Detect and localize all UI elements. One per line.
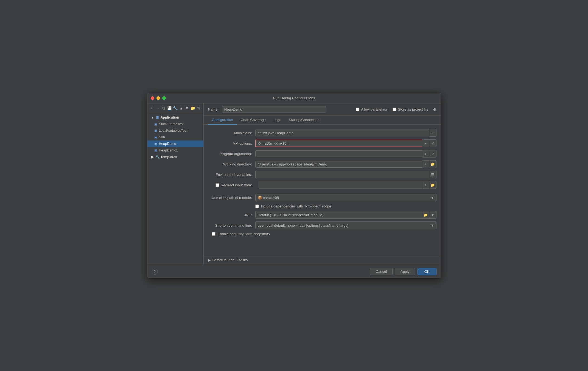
tab-startup-connection[interactable]: Startup/Connection bbox=[285, 116, 323, 125]
sidebar-item-label: HeapDemo bbox=[159, 142, 176, 146]
name-row: Name: Allow parallel run Store as projec… bbox=[204, 103, 441, 116]
store-as-project-check[interactable] bbox=[393, 108, 396, 111]
copy-config-button[interactable]: ⧉ bbox=[161, 105, 166, 111]
move-up-button[interactable]: ▲ bbox=[179, 105, 183, 111]
sidebar-item-label: StackFrameTest bbox=[159, 122, 184, 126]
minimize-button[interactable] bbox=[156, 96, 160, 100]
sort-button[interactable]: ⇅ bbox=[196, 105, 201, 111]
redirect-folder-button[interactable]: 📁 bbox=[429, 181, 436, 189]
gear-icon[interactable]: ⚙ bbox=[433, 107, 436, 112]
redirect-plus-button[interactable]: + bbox=[422, 181, 429, 189]
before-launch-header[interactable]: ▶ Before launch: 2 tasks bbox=[208, 258, 436, 262]
tab-code-coverage[interactable]: Code Coverage bbox=[237, 116, 270, 125]
jre-arrow-button[interactable]: ▼ bbox=[429, 211, 436, 219]
config-panel: Main class: ⋯ VM options: + ⤢ bbox=[204, 125, 441, 255]
application-icon: ▣ bbox=[156, 116, 159, 119]
main-class-row: Main class: ⋯ bbox=[208, 129, 436, 137]
redirect-row: Redirect input from: + 📁 bbox=[208, 181, 436, 189]
tab-logs[interactable]: Logs bbox=[270, 116, 285, 125]
classpath-module-select-wrapper: 📦 chapter08 ▼ bbox=[255, 194, 436, 201]
java-file-icon: ▣ bbox=[154, 129, 158, 133]
main-class-more-button[interactable]: ⋯ bbox=[429, 129, 436, 137]
vm-options-label: VM options: bbox=[208, 141, 252, 145]
window-controls bbox=[151, 96, 166, 100]
application-label: Application bbox=[161, 116, 179, 119]
sidebar-item-localvariablestest[interactable]: ▣ LocalVariablesTest bbox=[147, 127, 203, 134]
include-deps-checkbox[interactable] bbox=[255, 204, 259, 208]
chevron-down-icon: ▼ bbox=[151, 116, 155, 119]
include-deps-row: Include dependencies with "Provided" sco… bbox=[208, 204, 436, 208]
ok-button[interactable]: OK bbox=[418, 268, 436, 275]
program-args-input[interactable] bbox=[255, 150, 422, 157]
jre-label: JRE: bbox=[208, 213, 252, 217]
sidebar-item-application[interactable]: ▼ ▣ Application bbox=[147, 114, 203, 121]
footer-right: Cancel Apply OK bbox=[370, 268, 436, 275]
sidebar-item-heapdemo1[interactable]: ▣ HeapDemo1 bbox=[147, 147, 203, 154]
working-dir-input[interactable] bbox=[255, 161, 422, 168]
classpath-module-label: Use classpath of module: bbox=[208, 196, 252, 200]
jre-row: JRE: Default (1.8 – SDK of 'chapter08' m… bbox=[208, 211, 436, 219]
working-dir-plus-button[interactable]: + bbox=[422, 160, 429, 168]
allow-parallel-check[interactable] bbox=[356, 108, 359, 111]
include-deps-label: Include dependencies with "Provided" sco… bbox=[261, 204, 331, 208]
folder-button[interactable]: 📁 bbox=[191, 105, 195, 111]
store-as-project-label: Store as project file bbox=[398, 107, 428, 111]
tab-configuration[interactable]: Configuration bbox=[208, 116, 237, 125]
enable-snapshots-row: Enable capturing form snapshots bbox=[208, 232, 436, 236]
redirect-input-checkbox[interactable] bbox=[215, 183, 219, 187]
vm-options-input[interactable] bbox=[255, 140, 422, 147]
redirect-input-field[interactable] bbox=[259, 181, 422, 189]
working-dir-row: Working directory: + 📁 bbox=[208, 160, 436, 168]
close-button[interactable] bbox=[151, 96, 154, 100]
wrench-icon: 🔧 bbox=[156, 155, 159, 159]
redirect-input-group: + 📁 bbox=[259, 181, 436, 189]
sidebar-item-stackframetest[interactable]: ▣ StackFrameTest bbox=[147, 121, 203, 127]
save-config-button[interactable]: 💾 bbox=[167, 105, 172, 111]
enable-snapshots-checkbox[interactable] bbox=[212, 232, 215, 236]
enable-snapshots-label: Enable capturing form snapshots bbox=[218, 232, 270, 236]
run-debug-configurations-dialog: Run/Debug Configurations + − ⧉ 💾 🔧 ▲ ▼ 📁… bbox=[147, 93, 441, 278]
shorten-cmd-row: Shorten command line: user-local default… bbox=[208, 221, 436, 229]
help-button[interactable]: ? bbox=[152, 269, 158, 275]
java-file-icon: ▣ bbox=[154, 122, 158, 126]
main-content: + − ⧉ 💾 🔧 ▲ ▼ 📁 ⇅ ▼ ▣ Application ▣ bbox=[147, 103, 441, 265]
title-bar: Run/Debug Configurations bbox=[147, 93, 441, 103]
jre-folder-button[interactable]: 📁 bbox=[422, 211, 429, 219]
dialog-title: Run/Debug Configurations bbox=[273, 96, 315, 100]
vm-options-plus-button[interactable]: + bbox=[422, 139, 429, 147]
name-options: Allow parallel run Store as project file… bbox=[356, 107, 436, 112]
maximize-button[interactable] bbox=[162, 96, 166, 100]
name-input[interactable] bbox=[222, 106, 326, 113]
remove-config-button[interactable]: − bbox=[155, 105, 160, 111]
apply-button[interactable]: Apply bbox=[395, 268, 415, 275]
java-file-icon: ▣ bbox=[154, 135, 158, 139]
shorten-cmd-select[interactable]: user-local default: none – java [options… bbox=[255, 221, 436, 229]
right-panel: Name: Allow parallel run Store as projec… bbox=[204, 103, 441, 265]
add-config-button[interactable]: + bbox=[150, 105, 154, 111]
footer-left: ? bbox=[152, 269, 158, 275]
sidebar-item-templates[interactable]: ▶ 🔧 Templates bbox=[147, 154, 203, 160]
jre-select[interactable]: Default (1.8 – SDK of 'chapter08' module… bbox=[255, 211, 422, 219]
env-vars-row: Environment variables: ☰ bbox=[208, 171, 436, 178]
env-vars-edit-button[interactable]: ☰ bbox=[429, 171, 436, 178]
env-vars-group: ☰ bbox=[255, 171, 436, 178]
sidebar-item-heapdemo[interactable]: ▣ HeapDemo bbox=[147, 140, 203, 147]
working-dir-folder-button[interactable]: 📁 bbox=[429, 160, 436, 168]
jre-group: Default (1.8 – SDK of 'chapter08' module… bbox=[255, 211, 436, 219]
env-vars-input[interactable] bbox=[255, 171, 429, 178]
allow-parallel-checkbox[interactable]: Allow parallel run bbox=[356, 107, 388, 111]
program-args-plus-button[interactable]: + bbox=[422, 150, 429, 158]
move-down-button[interactable]: ▼ bbox=[184, 105, 189, 111]
store-as-project-checkbox[interactable]: Store as project file bbox=[393, 107, 428, 111]
java-file-icon: ▣ bbox=[154, 142, 158, 146]
main-class-input[interactable] bbox=[255, 130, 429, 136]
classpath-module-select[interactable]: 📦 chapter08 bbox=[255, 194, 436, 201]
chevron-right-icon: ▶ bbox=[208, 258, 211, 262]
cancel-button[interactable]: Cancel bbox=[370, 268, 393, 275]
vm-options-group: + ⤢ bbox=[255, 139, 436, 147]
program-args-expand-button[interactable]: ⤢ bbox=[429, 150, 436, 158]
wrench-button[interactable]: 🔧 bbox=[173, 105, 178, 111]
main-class-label: Main class: bbox=[208, 131, 252, 135]
vm-options-expand-button[interactable]: ⤢ bbox=[429, 139, 436, 147]
sidebar-item-son[interactable]: ▣ Son bbox=[147, 134, 203, 140]
